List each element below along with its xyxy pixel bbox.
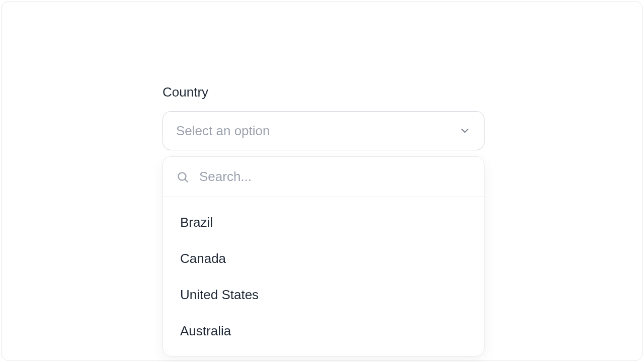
option-label: United States xyxy=(180,287,259,303)
option-brazil[interactable]: Brazil xyxy=(163,204,484,240)
svg-line-1 xyxy=(185,179,188,182)
country-select-trigger[interactable]: Select an option xyxy=(163,111,485,150)
app-frame: Country Select an option xyxy=(1,1,643,361)
option-united-states[interactable]: United States xyxy=(163,277,484,313)
option-label: Australia xyxy=(180,323,231,339)
chevron-down-icon xyxy=(459,125,471,137)
option-label: Brazil xyxy=(180,215,213,230)
option-australia[interactable]: Australia xyxy=(163,313,484,349)
search-icon xyxy=(176,170,189,184)
search-input[interactable] xyxy=(199,169,471,185)
country-field: Country Select an option xyxy=(163,84,485,356)
country-dropdown: Brazil Canada United States Australia xyxy=(163,156,485,356)
field-label: Country xyxy=(163,84,485,100)
option-label: Canada xyxy=(180,251,226,266)
search-row xyxy=(163,157,484,197)
options-list: Brazil Canada United States Australia xyxy=(163,197,484,356)
select-placeholder: Select an option xyxy=(176,123,270,139)
option-canada[interactable]: Canada xyxy=(163,240,484,277)
